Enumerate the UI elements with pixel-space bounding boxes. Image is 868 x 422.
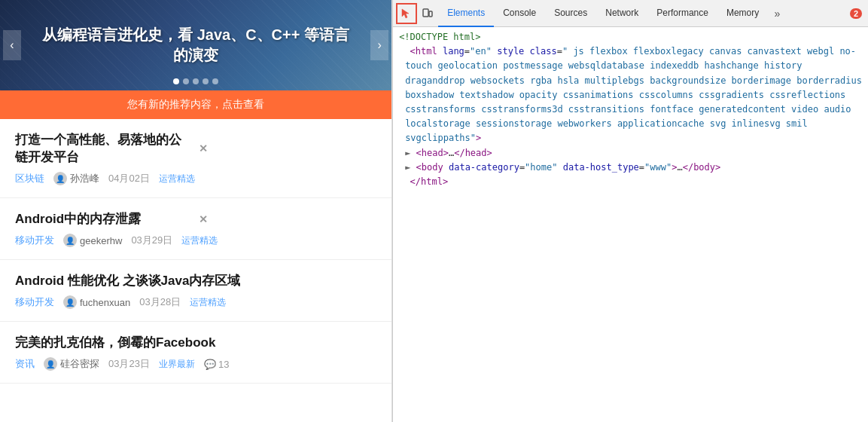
comment-icon: 💬 — [204, 359, 216, 370]
article-close-2[interactable]: ✕ — [199, 213, 376, 225]
article-tag-3: 运营精选 — [190, 296, 226, 309]
article-category-1[interactable]: 区块链 — [15, 172, 44, 185]
list-item: 完美的扎克伯格，倒霉的Facebook 资讯 👤 硅谷密探 03月23日 业界最… — [0, 322, 391, 384]
inspect-element-button[interactable] — [396, 3, 417, 24]
tab-network[interactable]: Network — [596, 0, 647, 27]
hero-dot-3[interactable] — [193, 78, 199, 84]
devtools-content[interactable]: <!DOCTYPE html> <html lang="en" style cl… — [393, 27, 868, 422]
left-panel: ‹ 从编程语言进化史，看 Java、C、C++ 等语言的演变 › 您有新的推荐内… — [0, 0, 392, 422]
article-category-3[interactable]: 移动开发 — [15, 295, 54, 309]
code-line-3: touch geolocation postmessage websqldata… — [393, 59, 868, 73]
list-item: 打造一个高性能、易落地的公链开发平台 ✕ 区块链 👤 孙浩峰 04月02日 运营… — [0, 119, 391, 198]
tab-console[interactable]: Console — [494, 0, 545, 27]
hero-next-button[interactable]: › — [370, 30, 388, 60]
hero-dots — [173, 78, 218, 84]
article-tag-1: 运营精选 — [159, 173, 195, 185]
tab-elements[interactable]: Elements — [438, 0, 494, 27]
code-line-7: localstorage sessionstorage webworkers a… — [393, 117, 868, 131]
author-avatar-1: 👤 — [53, 172, 67, 185]
svg-rect-1 — [429, 11, 432, 17]
svg-rect-0 — [423, 9, 428, 17]
article-meta-1: 区块链 👤 孙浩峰 04月02日 运营精选 — [15, 172, 376, 185]
author-avatar-2: 👤 — [63, 234, 77, 247]
code-line-5: boxshadow textshadow opacity cssanimatio… — [393, 88, 868, 102]
article-meta-3: 移动开发 👤 fuchenxuan 03月28日 运营精选 — [15, 295, 376, 309]
hero-prev-button[interactable]: ‹ — [3, 30, 21, 60]
code-line-11: </html> — [393, 175, 868, 189]
article-date-1: 04月02日 — [108, 172, 150, 185]
article-date-2: 03月29日 — [131, 234, 172, 247]
error-badge: 2 — [850, 8, 862, 19]
code-line-8: svgclippaths"> — [393, 131, 868, 145]
device-toolbar-button[interactable] — [417, 3, 438, 24]
more-tabs-button[interactable]: » — [768, 3, 786, 24]
article-title-3: Android 性能优化 之谈谈Java内存区域 — [15, 272, 376, 289]
article-tag-4: 业界最新 — [159, 358, 195, 371]
tab-performance[interactable]: Performance — [647, 0, 717, 27]
devtools-toolbar: Elements Console Sources Network Perform… — [393, 0, 868, 27]
article-title-1: 打造一个高性能、易落地的公链开发平台 ✕ — [15, 131, 376, 166]
article-category-2[interactable]: 移动开发 — [15, 234, 54, 247]
code-line-2: <html lang="en" style class=" js flexbox… — [393, 44, 868, 59]
article-meta-4: 资讯 👤 硅谷密探 03月23日 业界最新 💬 13 — [15, 357, 376, 371]
article-date-4: 03月23日 — [108, 357, 150, 371]
article-title-4: 完美的扎克伯格，倒霉的Facebook — [15, 334, 376, 351]
article-title-2: Android中的内存泄露 ✕ — [15, 210, 376, 228]
article-tag-2: 运营精选 — [181, 234, 218, 247]
code-line-9: ► <head>…</head> — [393, 146, 868, 161]
article-author-1: 👤 孙浩峰 — [53, 172, 99, 185]
code-line-1: <!DOCTYPE html> — [393, 30, 868, 44]
code-line-10: ► <body data-category="home" data-host_t… — [393, 161, 868, 175]
tab-memory[interactable]: Memory — [717, 0, 768, 27]
article-close-1[interactable]: ✕ — [199, 142, 376, 154]
hero-title: 从编程语言进化史，看 Java、C、C++ 等语言的演变 — [15, 25, 376, 66]
article-list: 打造一个高性能、易落地的公链开发平台 ✕ 区块链 👤 孙浩峰 04月02日 运营… — [0, 119, 391, 422]
cursor-icon — [400, 8, 413, 20]
list-item: Android 性能优化 之谈谈Java内存区域 移动开发 👤 fuchenxu… — [0, 260, 391, 322]
hero-dot-2[interactable] — [183, 78, 189, 84]
article-date-3: 03月28日 — [139, 295, 181, 309]
tab-sources[interactable]: Sources — [545, 0, 596, 27]
list-item: Android中的内存泄露 ✕ 移动开发 👤 geekerhw 03月29日 运… — [0, 198, 391, 260]
article-meta-2: 移动开发 👤 geekerhw 03月29日 运营精选 — [15, 234, 376, 247]
code-line-6: csstransforms csstransforms3d csstransit… — [393, 102, 868, 117]
close-devtools-button[interactable]: 2 — [844, 3, 865, 24]
hero-dot-4[interactable] — [203, 78, 209, 84]
author-avatar-3: 👤 — [63, 295, 77, 309]
device-icon — [422, 8, 434, 20]
hero-dot-1[interactable] — [173, 78, 179, 84]
code-line-4: draganddrop websockets rgba hsla multipl… — [393, 74, 868, 88]
article-category-4[interactable]: 资讯 — [15, 357, 35, 371]
recommendation-bar[interactable]: 您有新的推荐内容，点击查看 — [0, 90, 391, 119]
article-comment-4: 💬 13 — [204, 359, 229, 370]
hero-banner: ‹ 从编程语言进化史，看 Java、C、C++ 等语言的演变 › — [0, 0, 391, 90]
devtools-panel: Elements Console Sources Network Perform… — [392, 0, 868, 422]
article-author-4: 👤 硅谷密探 — [44, 357, 99, 371]
article-author-2: 👤 geekerhw — [63, 234, 122, 247]
hero-dot-5[interactable] — [212, 78, 218, 84]
author-avatar-4: 👤 — [44, 357, 57, 371]
article-author-3: 👤 fuchenxuan — [63, 295, 130, 309]
